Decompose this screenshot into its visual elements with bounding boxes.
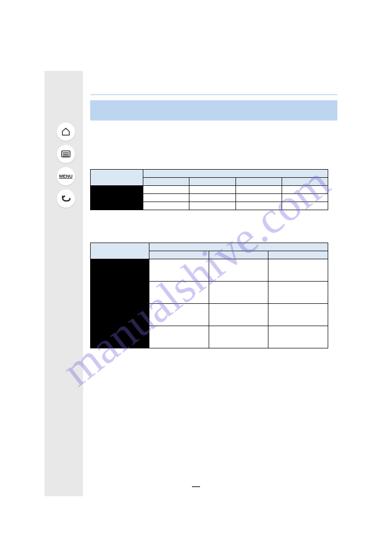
table1-cell [236,202,282,210]
back-icon [61,194,71,203]
table2-row3-label [91,326,149,348]
table-row [91,186,328,194]
table-row [91,282,328,304]
table1-col-0 [143,178,189,186]
table2-row0-label [91,259,149,282]
table1-cell [236,186,282,194]
table-2 [90,243,328,348]
page-marker [192,486,200,487]
table2-cell [268,259,328,282]
table1-cell [189,202,236,210]
table1-cell [189,186,236,194]
content-area [83,71,341,348]
menu-label: MENU [59,174,73,179]
home-icon [61,127,70,136]
home-button[interactable] [57,123,75,141]
table2-col-0 [149,251,209,259]
table1-col-1 [189,178,236,186]
back-button[interactable] [57,189,75,208]
table2-cell [209,259,268,282]
table2-cell [268,304,328,326]
table2-cell [149,304,209,326]
table2-row1-label [91,282,149,304]
table2-cell [209,304,268,326]
table2-header-top [149,243,328,251]
table2-cell [149,282,209,304]
table1-row0-label [91,186,143,194]
divider-line [90,94,337,95]
table2-col-2 [268,251,328,259]
table1-cell [282,202,328,210]
table1-row1-label [91,194,143,202]
table1-cell [143,202,189,210]
table1-col-2 [236,178,282,186]
table2-cell [209,326,268,348]
table2-cell [149,259,209,282]
nav-button-group: MENU [57,123,75,208]
table2-row2-label [91,304,149,326]
table1-cell [143,194,189,202]
table1-header-left [91,170,143,186]
table2-cell [268,282,328,304]
table-row [91,202,328,210]
table-row [91,194,328,202]
table1-cell [282,186,328,194]
table1-cell [236,194,282,202]
table2-header-left [91,243,149,259]
table1-cell [189,194,236,202]
table-row [91,259,328,282]
keyboard-button[interactable] [57,145,75,163]
menu-button[interactable]: MENU [57,167,75,185]
table1-row2-label [91,202,143,210]
table2-cell [149,326,209,348]
table-row [91,304,328,326]
table-1 [90,169,328,210]
table1-cell [282,194,328,202]
table-row [91,326,328,348]
table2-cell [268,326,328,348]
table2-col-1 [209,251,268,259]
table1-header-top [143,170,328,178]
table1-col-3 [282,178,328,186]
table2-cell [209,282,268,304]
keyboard-icon [61,150,70,157]
section-banner [90,100,337,121]
table1-cell [143,186,189,194]
